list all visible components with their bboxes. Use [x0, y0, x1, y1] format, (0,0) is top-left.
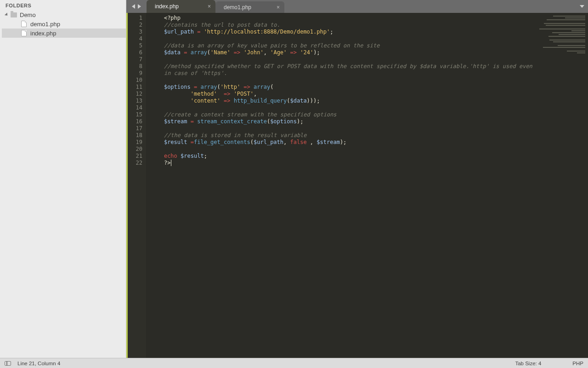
tab-nav [126, 0, 147, 13]
folder-tree: Demo demo1.phpindex.php [0, 10, 126, 38]
language-mode[interactable]: PHP [572, 361, 583, 366]
code-editor[interactable]: <?php //contains the url to post data to… [146, 13, 537, 358]
code-area: 12345678910111213141516171819202122 <?ph… [126, 13, 588, 358]
tab-active[interactable]: index.php× [147, 0, 215, 13]
status-bar: Line 21, Column 4 Tab Size: 4 PHP [0, 358, 588, 368]
tab-label: index.php [155, 3, 179, 10]
panel-toggle-icon[interactable] [5, 361, 11, 366]
nav-forward-icon[interactable] [138, 4, 141, 9]
chevron-down-icon [5, 12, 9, 17]
sidebar-header: FOLDERS [0, 0, 126, 10]
line-gutter[interactable]: 12345678910111213141516171819202122 [128, 13, 146, 358]
tree-folder-demo[interactable]: Demo [2, 10, 126, 19]
minimap[interactable] [537, 13, 588, 358]
tab[interactable]: demo1.php× [215, 1, 284, 13]
tree-file[interactable]: index.php [2, 29, 126, 38]
cursor-position[interactable]: Line 21, Column 4 [17, 361, 60, 366]
folder-label: Demo [20, 12, 36, 18]
file-icon [21, 21, 27, 27]
tab-label: demo1.php [224, 4, 251, 11]
close-icon[interactable]: × [208, 3, 211, 10]
file-label: demo1.php [30, 21, 60, 28]
tab-bar: index.php×demo1.php× [126, 0, 588, 13]
tab-size[interactable]: Tab Size: 4 [515, 361, 541, 366]
main: FOLDERS Demo demo1.phpindex.php index.ph… [0, 0, 588, 358]
nav-back-icon[interactable] [132, 4, 135, 9]
close-icon[interactable]: × [277, 4, 280, 11]
sidebar: FOLDERS Demo demo1.phpindex.php [0, 0, 126, 358]
tree-file[interactable]: demo1.php [2, 19, 126, 29]
tab-menu-icon[interactable] [580, 5, 584, 8]
file-icon [21, 30, 27, 36]
editor-panel: index.php×demo1.php× 1234567891011121314… [126, 0, 588, 358]
file-label: index.php [30, 30, 56, 37]
folder-icon [11, 12, 17, 17]
